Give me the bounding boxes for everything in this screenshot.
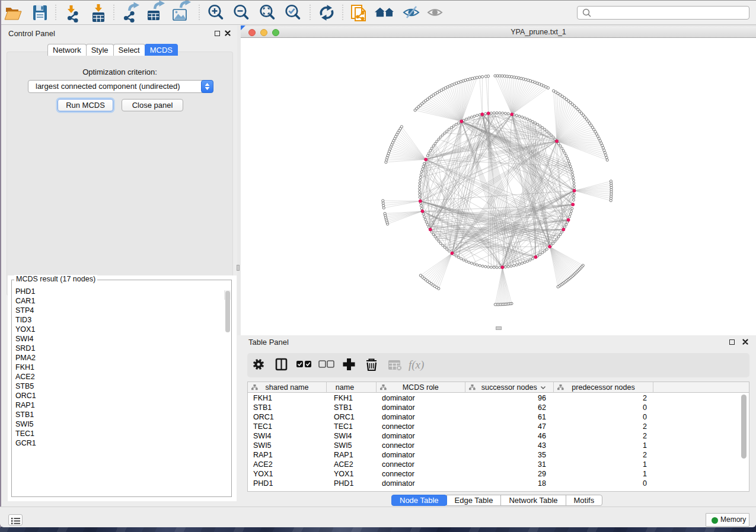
svg-text:f(x): f(x) xyxy=(409,358,424,371)
